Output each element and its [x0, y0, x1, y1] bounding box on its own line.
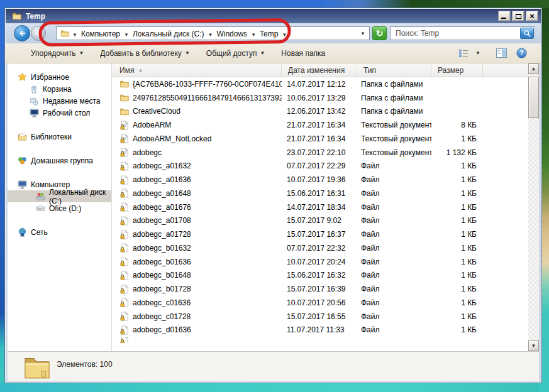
file-row-partial[interactable]: [112, 337, 528, 343]
toolbar-button[interactable]: Добавить в библиотеку▼: [100, 49, 189, 58]
sidebar-item[interactable]: Домашняя группа: [8, 155, 111, 166]
toolbar-button-label: Новая папка: [281, 49, 325, 58]
file-name: adobegc_b01632: [133, 244, 191, 253]
toolbar-button[interactable]: Упорядочить▼: [31, 49, 84, 58]
file-type: Папка с файлами: [357, 94, 431, 102]
sidebar-item[interactable]: Рабочий стол: [8, 107, 111, 119]
file-row[interactable]: adobegc_d0163611.07.2017 11:33Файл1 КБ: [112, 324, 528, 337]
column-header-size[interactable]: Размер: [431, 63, 483, 77]
forward-arrow-icon: [35, 30, 43, 38]
file-name: adobegc_a01648: [133, 189, 191, 198]
search-value: Поиск: Temp: [396, 29, 439, 38]
file-name: adobegc: [133, 148, 162, 157]
file-name: adobegc_a01708: [133, 216, 191, 225]
file-row[interactable]: adobegc_b0163207.07.2017 22:32Файл1 КБ: [112, 241, 528, 255]
file-row[interactable]: {AC76BA86-1033-FFFF-7760-0C0F074E4100}14…: [112, 77, 528, 91]
sidebar-item-label: Рабочий стол: [43, 109, 90, 117]
explorer-window: Temp × ▼Компьютер▼Локальный диск (C:)▼Wi…: [4, 8, 542, 383]
change-view-button[interactable]: [458, 49, 469, 58]
breadcrumb-separator-icon[interactable]: ▼: [248, 32, 258, 38]
file-row[interactable]: adobegc_b0164815.06.2017 16:32Файл1 КБ: [112, 269, 528, 283]
sidebar-item[interactable]: Недавние места: [8, 95, 111, 107]
help-button[interactable]: ?: [516, 48, 527, 58]
file-row[interactable]: adobegc_a0164815.06.2017 16:31Файл1 КБ: [112, 187, 528, 200]
file-row[interactable]: adobegc_c0172815.07.2017 16:55Файл1 КБ: [112, 310, 528, 324]
breadcrumb-item[interactable]: Temp: [258, 30, 279, 38]
breadcrumb-separator-icon[interactable]: ▼: [121, 32, 131, 38]
title-bar[interactable]: Temp ×: [6, 9, 541, 23]
sidebar-item[interactable]: Сеть: [8, 226, 111, 238]
address-history-dropdown-icon[interactable]: ▼: [360, 31, 365, 36]
folder-icon: [119, 107, 129, 116]
file-size: 8 КБ: [431, 121, 483, 129]
file-name: AdobeARM: [133, 121, 171, 129]
breadcrumb-item[interactable]: Компьютер: [80, 30, 121, 38]
search-button[interactable]: [520, 28, 534, 39]
file-date: 07.07.2017 22:32: [282, 244, 357, 253]
refresh-icon: ↻: [376, 28, 384, 38]
file-date: 10.06.2017 13:29: [282, 94, 357, 102]
breadcrumb-separator-icon[interactable]: ▼: [206, 32, 216, 38]
sidebar-item[interactable]: Избранное: [8, 71, 111, 83]
file-size: 1 132 КБ: [431, 148, 483, 157]
file-size: 1 КБ: [431, 189, 483, 198]
close-button[interactable]: ×: [526, 11, 538, 21]
sidebar-item[interactable]: Библиотеки: [8, 131, 111, 143]
toolbar-button[interactable]: Общий доступ▼: [206, 49, 265, 58]
file-row[interactable]: adobegc_c0163610.07.2017 20:56Файл1 КБ: [112, 296, 528, 310]
column-header-empty[interactable]: [483, 63, 528, 77]
file-size: 1 КБ: [431, 325, 483, 334]
file-row[interactable]: 2497612855049116661847914666131373921310…: [112, 91, 528, 105]
breadcrumb-item[interactable]: Windows: [215, 30, 248, 38]
column-header-date[interactable]: Дата изменения: [282, 63, 357, 77]
breadcrumb-separator-icon[interactable]: ▼: [70, 32, 80, 38]
window-folder-icon: [11, 11, 21, 21]
minimize-button[interactable]: [498, 11, 511, 21]
recycle-bin-icon: [29, 84, 39, 94]
file-row[interactable]: adobegc_b0172815.07.2017 16:39Файл1 КБ: [112, 282, 528, 296]
file-date: 21.07.2017 16:34: [282, 121, 357, 129]
column-header-type[interactable]: Тип: [357, 63, 431, 77]
forward-button[interactable]: [31, 26, 46, 41]
file-row[interactable]: adobegc_b0163610.07.2017 20:24Файл1 КБ: [112, 255, 528, 269]
scroll-up-button[interactable]: ▲: [528, 63, 539, 74]
preview-pane-button[interactable]: [496, 48, 507, 58]
file-type: Файл: [357, 216, 431, 225]
file-row[interactable]: adobegc_a0170815.07.2017 9:02Файл1 КБ: [112, 214, 528, 228]
file-name: adobegc_c01728: [133, 312, 191, 321]
desktop-background: Temp × ▼Компьютер▼Локальный диск (C:)▼Wi…: [0, 0, 549, 392]
sidebar-item[interactable]: Локальный диск (C:): [8, 190, 111, 202]
sidebar-item[interactable]: Корзина: [8, 83, 111, 95]
vertical-scrollbar[interactable]: ▲ ▼: [528, 63, 539, 351]
maximize-button[interactable]: [512, 11, 524, 21]
address-breadcrumb-field[interactable]: ▼Компьютер▼Локальный диск (C:)▼Windows▼T…: [56, 26, 370, 40]
breadcrumb-item[interactable]: Локальный диск (C:): [131, 30, 206, 38]
file-row[interactable]: CreativeCloud12.06.2017 13:42Папка с фай…: [112, 105, 528, 119]
desktop-icon: [29, 108, 39, 118]
file-row[interactable]: AdobeARM_NotLocked21.07.2017 16:34Тексто…: [112, 132, 528, 146]
column-header-name[interactable]: Имя ▲: [112, 63, 282, 77]
file-row[interactable]: adobegc_a0163207.07.2017 22:29Файл1 КБ: [112, 160, 528, 173]
file-row[interactable]: adobegc_a0172815.07.2017 16:37Файл1 КБ: [112, 227, 528, 241]
views-dropdown-icon[interactable]: ▼: [475, 50, 480, 56]
text-doc-locked-icon: [119, 148, 129, 157]
back-button[interactable]: [14, 25, 30, 41]
file-date: 14.07.2017 18:34: [282, 203, 357, 212]
file-row[interactable]: adobegc23.07.2017 22:10Текстовый докумен…: [112, 146, 528, 160]
file-size: 1 КБ: [431, 312, 483, 321]
search-input[interactable]: Поиск: Temp: [390, 26, 535, 40]
scroll-down-button[interactable]: ▼: [528, 340, 539, 351]
scrollbar-thumb[interactable]: [528, 77, 539, 118]
file-type: Файл: [357, 175, 431, 184]
status-folder-icon: [23, 354, 52, 383]
file-size: 1 КБ: [431, 161, 483, 170]
file-row[interactable]: adobegc_a0163610.07.2017 19:36Файл1 КБ: [112, 173, 528, 187]
star-icon: [17, 72, 27, 82]
refresh-button[interactable]: ↻: [372, 26, 387, 40]
close-icon: ×: [530, 12, 535, 20]
file-row[interactable]: adobegc_a0167614.07.2017 18:34Файл1 КБ: [112, 200, 528, 214]
toolbar-button[interactable]: Новая папка: [281, 49, 325, 58]
file-row[interactable]: AdobeARM21.07.2017 16:34Текстовый докуме…: [112, 118, 528, 132]
file-type: Файл: [357, 189, 431, 198]
breadcrumb-separator-icon[interactable]: ▼: [279, 32, 289, 38]
